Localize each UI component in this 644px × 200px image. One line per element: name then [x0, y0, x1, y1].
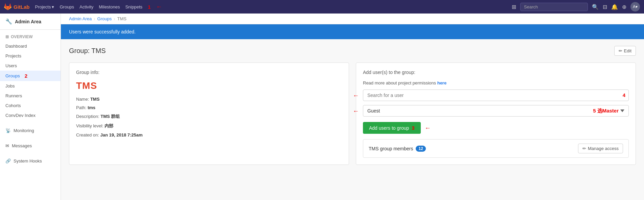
messages-icon: ✉	[5, 143, 9, 148]
members-label: TMS group members 12	[369, 146, 426, 152]
search-user-container: ← 4	[363, 90, 629, 105]
name-label: Name:	[76, 97, 89, 102]
sidebar-item-runners[interactable]: Runners	[0, 91, 61, 101]
sidebar-item-messages[interactable]: ✉ Messages	[0, 141, 61, 151]
page-title: Group: TMS	[69, 47, 106, 55]
sidebar-item-convdev[interactable]: ConvDev Index	[0, 110, 61, 120]
breadcrumb-groups[interactable]: Groups	[97, 16, 112, 21]
info-created: Created on: Jan 19, 2018 7:25am	[76, 132, 342, 138]
nav-projects[interactable]: Projects ▾	[35, 4, 54, 9]
sidebar-overview-section: ⊞ Overview Dashboard Projects Users Grou…	[0, 30, 61, 123]
group-info-card: Group info: TMS Name: TMS Path: tms Desc…	[69, 62, 349, 165]
top-nav-right: ⊞ 🔍 ⊟ 🔔 ⊕ A▾	[512, 2, 640, 11]
merge-icon[interactable]: ⊕	[622, 4, 626, 10]
edit-button[interactable]: ✏ Edit	[614, 46, 636, 56]
step1-annotation: 1	[148, 4, 151, 10]
members-badge: 12	[416, 146, 426, 152]
gitlab-logo[interactable]: GitLab	[4, 3, 30, 10]
add-user-title: Add user(s) to the group:	[363, 70, 629, 75]
sidebar-item-monitoring[interactable]: 📡 Monitoring	[0, 126, 61, 135]
add-user-card: Add user(s) to the group: Read more abou…	[356, 62, 636, 165]
main-layout: 🔧 Admin Area ⊞ Overview Dashboard Projec…	[0, 14, 644, 200]
path-label: Path:	[76, 105, 86, 110]
info-description: Description: TMS 群组	[76, 114, 342, 120]
name-value: TMS	[90, 97, 99, 102]
sidebar-item-groups[interactable]: Groups 2 ←	[0, 71, 61, 81]
nav-groups[interactable]: Groups	[60, 4, 74, 9]
group-logo: TMS	[76, 80, 342, 91]
step4-annotation: 4	[623, 92, 625, 98]
breadcrumb-sep2: ›	[114, 16, 115, 21]
sidebar-item-users[interactable]: Users	[0, 61, 61, 71]
permissions-link[interactable]: here	[437, 80, 446, 85]
sidebar-header: 🔧 Admin Area	[0, 14, 61, 30]
plus-icon[interactable]: ⊞	[512, 4, 516, 10]
sidebar-item-cohorts[interactable]: Cohorts	[0, 101, 61, 110]
add-btn-container: ← Add users to group 3	[363, 122, 421, 134]
todo-icon[interactable]: 🔔	[611, 4, 618, 10]
monitoring-icon: 📡	[5, 128, 11, 133]
sidebar-monitoring-section: 📡 Monitoring	[0, 123, 61, 138]
description-label: Description:	[76, 114, 99, 119]
breadcrumb-current: TMS	[117, 16, 127, 21]
breadcrumb: Admin Area › Groups › TMS	[61, 14, 644, 24]
permissions-text: Read more about project permissions here	[363, 80, 629, 85]
step2-annotation: 2	[25, 73, 27, 79]
edit-icon: ✏	[619, 48, 622, 53]
layout-icon[interactable]: ⊟	[603, 4, 607, 10]
step3-annotation: 3	[412, 125, 414, 131]
sidebar-item-dashboard[interactable]: Dashboard	[0, 41, 61, 51]
sidebar-overview-heading: ⊞ Overview	[0, 32, 61, 41]
page-title-row: Group: TMS ✏ Edit	[69, 46, 636, 56]
breadcrumb-sep1: ›	[94, 16, 95, 21]
path-value: tms	[88, 105, 95, 110]
visibility-value: 内部	[105, 123, 113, 128]
user-avatar[interactable]: A▾	[630, 2, 640, 11]
search-user-input[interactable]	[363, 90, 629, 101]
sidebar-item-hooks[interactable]: 🔗 System Hooks	[0, 156, 61, 166]
description-value: TMS 群组	[100, 114, 120, 119]
step5-arrow: ←	[353, 108, 359, 115]
overview-grid-icon: ⊞	[5, 34, 9, 39]
members-row: TMS group members 12 ✏ Manage access	[363, 139, 629, 158]
step3-arrow: ←	[425, 125, 431, 132]
main-content: Admin Area › Groups › TMS Users were suc…	[61, 14, 644, 200]
sidebar-item-projects[interactable]: Projects	[0, 51, 61, 61]
visibility-label: Visibility level:	[76, 123, 104, 128]
info-path: Path: tms	[76, 105, 342, 110]
cards-row: Group info: TMS Name: TMS Path: tms Desc…	[69, 62, 636, 165]
breadcrumb-admin-area[interactable]: Admin Area	[69, 16, 92, 21]
step4-arrow-left: ←	[353, 92, 359, 99]
info-name: Name: TMS	[76, 97, 342, 102]
page-content-area: Group: TMS ✏ Edit Group info: TMS Name: …	[61, 39, 644, 172]
wrench-icon: 🔧	[5, 18, 12, 25]
role-select[interactable]: GuestReporterDeveloperMasterOwner	[363, 105, 629, 117]
success-message: Users were successfully added.	[69, 29, 136, 34]
info-visibility: Visibility level: 内部	[76, 123, 342, 129]
step1-arrow: ←	[156, 3, 162, 10]
created-label: Created on:	[76, 132, 99, 138]
nav-activity[interactable]: Activity	[79, 4, 93, 9]
step5-annotation: 5 选Master	[593, 108, 619, 114]
success-banner: Users were successfully added.	[61, 24, 644, 39]
search-input[interactable]	[520, 3, 588, 11]
sidebar-hooks-section: 🔗 System Hooks	[0, 153, 61, 169]
nav-milestones[interactable]: Milestones	[99, 4, 120, 9]
pencil-icon: ✏	[582, 146, 586, 151]
top-navigation: GitLab Projects ▾ Groups Activity Milest…	[0, 0, 644, 14]
role-select-container: ← GuestReporterDeveloperMasterOwner 5 选M…	[363, 105, 629, 122]
search-icon[interactable]: 🔍	[592, 4, 599, 10]
add-users-button[interactable]: Add users to group 3	[363, 122, 421, 134]
sidebar: 🔧 Admin Area ⊞ Overview Dashboard Projec…	[0, 14, 61, 200]
group-info-title: Group info:	[76, 70, 342, 75]
manage-access-button[interactable]: ✏ Manage access	[578, 144, 623, 153]
sidebar-messages-section: ✉ Messages	[0, 138, 61, 153]
nav-snippets[interactable]: Snippets	[125, 4, 142, 9]
sidebar-item-jobs[interactable]: Jobs	[0, 81, 61, 91]
created-value: Jan 19, 2018 7:25am	[100, 132, 143, 138]
hook-icon: 🔗	[5, 158, 11, 164]
